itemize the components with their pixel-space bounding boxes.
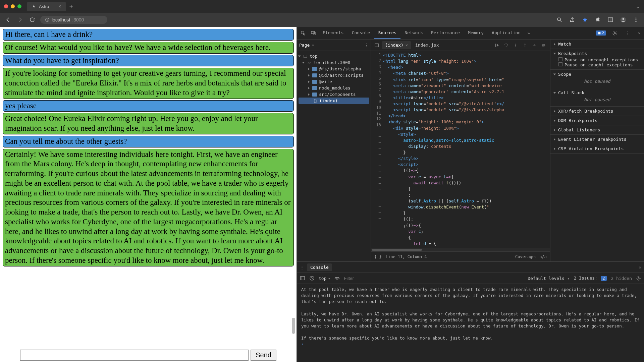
window-close-icon[interactable] — [4, 4, 8, 8]
devtools-tab-console[interactable]: Console — [348, 27, 374, 39]
inspect-element-icon[interactable] — [299, 28, 308, 38]
live-expression-icon[interactable] — [334, 276, 340, 281]
line-gutter[interactable]: 12345678910111213–––––––––––––––––– — [371, 51, 383, 248]
tree-folder[interactable]: @vite — [299, 78, 369, 85]
tree-folder[interactable]: @id/astro:scripts — [299, 72, 369, 78]
back-button[interactable] — [4, 16, 12, 24]
editor-tab[interactable]: index.jsx — [412, 41, 442, 49]
dbg-deactivate-bp-icon[interactable] — [541, 43, 546, 48]
dbg-step-icon[interactable] — [532, 43, 537, 48]
sidepanel-icon[interactable] — [606, 16, 614, 24]
tabs-overflow-icon[interactable]: ⌄ — [636, 3, 640, 10]
reload-button[interactable] — [28, 16, 36, 24]
toggle-navigator-icon[interactable] — [372, 41, 381, 50]
svg-point-18 — [525, 46, 525, 47]
console-hidden[interactable]: 2 hidden — [611, 276, 632, 281]
site-info-icon[interactable] — [45, 17, 50, 22]
global-listeners-section[interactable]: Global Listeners — [554, 127, 641, 132]
breakpoints-section[interactable]: Breakpoints — [554, 51, 641, 56]
devtools-close-icon[interactable]: × — [636, 28, 643, 38]
devtools-tab-performance[interactable]: Performance — [427, 27, 464, 39]
console-sidebar-icon[interactable] — [300, 276, 305, 281]
drawer-close-icon[interactable]: × — [639, 265, 641, 270]
svg-rect-15 — [495, 44, 496, 47]
nav-tab-page[interactable]: Page — [299, 43, 310, 48]
editor-tab[interactable]: (index)× — [382, 41, 411, 49]
devtools-tab-memory[interactable]: Memory — [464, 27, 488, 39]
new-tab-button[interactable]: + — [69, 3, 73, 10]
close-tab-icon[interactable]: × — [58, 4, 61, 9]
devtools-tab-network[interactable]: Network — [400, 27, 427, 39]
issues-badge[interactable]: 2 — [596, 31, 606, 36]
share-icon[interactable] — [568, 16, 576, 24]
dbg-stepin-icon[interactable] — [513, 43, 518, 48]
drawer-menu-icon[interactable]: ⋮ — [300, 265, 304, 270]
tree-folder[interactable]: src/components — [299, 91, 369, 98]
cursor-position: Line 11, Column 4 — [386, 254, 427, 259]
watch-section[interactable]: Watch — [554, 42, 641, 47]
svg-point-5 — [636, 17, 637, 18]
window-minimize-icon[interactable] — [11, 4, 15, 8]
browser-tab[interactable]: Astro × — [27, 2, 66, 11]
dbg-resume-icon[interactable] — [494, 43, 499, 48]
code-editor[interactable]: <!DOCTYPE html> <html lang="en" style="h… — [383, 51, 550, 248]
svg-point-17 — [515, 46, 516, 47]
page-viewport: Hi there, can I have a drink?Of course! … — [0, 27, 297, 362]
dom-bp-section[interactable]: DOM Breakpoints — [554, 118, 641, 123]
window-zoom-icon[interactable] — [17, 4, 21, 8]
tree-host[interactable]: localhost:3000 — [299, 59, 369, 66]
console-issues[interactable]: 2 Issues: 2 — [574, 276, 607, 281]
tree-folder[interactable]: @fs/Users/stepha — [299, 66, 369, 72]
tree-file-index[interactable]: (index) — [299, 98, 369, 104]
zoom-icon[interactable] — [555, 16, 564, 24]
xhr-bp-section[interactable]: XHR/fetch Breakpoints — [554, 109, 641, 114]
clear-console-icon[interactable] — [309, 276, 315, 281]
svg-point-19 — [536, 45, 536, 45]
editor-h-scrollbar[interactable] — [371, 248, 550, 251]
send-button[interactable]: Send — [251, 350, 276, 361]
bp-uncaught-checkbox[interactable]: Pause on uncaught exceptions — [558, 57, 641, 62]
console-settings-icon[interactable] — [636, 276, 641, 281]
svg-point-12 — [614, 33, 615, 34]
chat-message-user: Hi there, can I have a drink? — [3, 29, 294, 41]
event-listener-bp-section[interactable]: Event Listener Breakpoints — [554, 137, 641, 142]
menu-icon[interactable] — [632, 16, 640, 24]
nav-more-icon[interactable]: » — [312, 43, 314, 48]
chat-message-bot: Certainly! We have some interesting indi… — [3, 149, 294, 266]
chat-message-bot: Great choice! One Eureka Elixir coming r… — [3, 113, 294, 134]
chat-log: Hi there, can I have a drink?Of course! … — [0, 27, 297, 347]
console-context-select[interactable]: top▾ — [319, 276, 330, 281]
more-tabs-icon[interactable]: » — [525, 28, 532, 38]
devtools-menu-icon[interactable]: ⋮ — [624, 28, 632, 38]
pretty-print-icon[interactable]: { } — [374, 254, 382, 259]
scope-section[interactable]: Scope — [554, 72, 641, 77]
profile-avatar-icon[interactable] — [619, 16, 627, 24]
close-editor-tab-icon[interactable]: × — [406, 43, 408, 48]
bookmark-star-icon[interactable] — [581, 16, 589, 24]
forward-button[interactable] — [16, 16, 24, 24]
chat-message-user: yes please — [3, 100, 294, 112]
console-filter-input[interactable] — [344, 276, 524, 281]
dbg-stepout-icon[interactable] — [523, 43, 527, 48]
dbg-stepover-icon[interactable] — [504, 43, 508, 48]
devtools-tabbar: ElementsConsoleSourcesNetworkPerformance… — [297, 27, 644, 40]
nav-menu-icon[interactable]: ⋮ — [364, 43, 369, 48]
bp-caught-checkbox[interactable]: Pause on caught exceptions — [558, 62, 641, 67]
device-toolbar-icon[interactable] — [309, 28, 318, 38]
tree-folder[interactable]: node_modules — [299, 85, 369, 91]
extensions-icon[interactable] — [594, 16, 602, 24]
console-levels-select[interactable]: Default levels ▾ — [528, 276, 570, 281]
devtools-tab-elements[interactable]: Elements — [319, 27, 348, 39]
console-prompt[interactable]: › — [301, 342, 304, 347]
devtools-tab-sources[interactable]: Sources — [374, 27, 400, 39]
chat-input[interactable] — [20, 350, 249, 361]
settings-gear-icon[interactable] — [610, 28, 620, 38]
console-output: At the pool table, we have a trader who … — [297, 284, 644, 362]
callstack-section[interactable]: Call Stack — [554, 90, 641, 95]
devtools-tab-application[interactable]: Application — [488, 27, 525, 39]
csp-bp-section[interactable]: CSP Violation Breakpoints — [554, 146, 641, 151]
address-bar[interactable]: localhost:3000 — [40, 16, 107, 24]
tree-top[interactable]: top — [299, 53, 369, 59]
page-scrollbar[interactable] — [291, 27, 296, 347]
drawer-tab-console[interactable]: Console — [307, 263, 332, 271]
